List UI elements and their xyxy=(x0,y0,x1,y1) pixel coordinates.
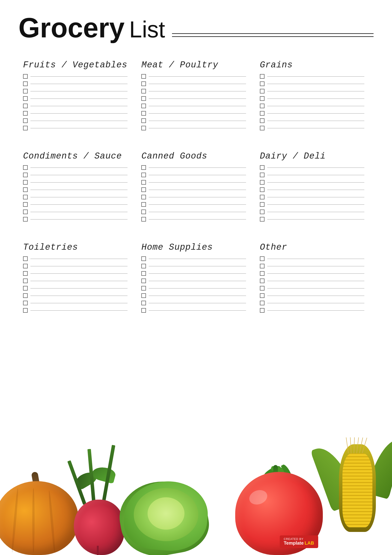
checkbox[interactable] xyxy=(260,271,264,276)
checkbox[interactable] xyxy=(141,202,146,207)
checkbox[interactable] xyxy=(141,293,146,298)
checkbox[interactable] xyxy=(260,217,264,221)
checkbox[interactable] xyxy=(23,96,28,101)
checkbox[interactable] xyxy=(141,111,146,116)
checkbox[interactable] xyxy=(260,118,264,123)
list-item xyxy=(141,210,246,214)
checkbox[interactable] xyxy=(141,89,146,94)
checkbox[interactable] xyxy=(23,301,28,305)
checkbox[interactable] xyxy=(23,293,28,298)
checkbox[interactable] xyxy=(260,195,264,199)
checkbox[interactable] xyxy=(141,264,146,268)
checkbox[interactable] xyxy=(23,89,28,94)
checkbox[interactable] xyxy=(23,111,28,116)
checkbox[interactable] xyxy=(23,74,28,79)
checkbox[interactable] xyxy=(23,81,28,86)
list-item xyxy=(141,126,246,130)
checkbox[interactable] xyxy=(260,210,264,214)
checkbox[interactable] xyxy=(260,126,264,130)
item-line xyxy=(30,182,128,183)
header-line-1 xyxy=(172,33,374,34)
checkbox[interactable] xyxy=(260,74,264,79)
list-item xyxy=(141,111,246,116)
checkbox[interactable] xyxy=(141,195,146,199)
list-item xyxy=(260,165,364,170)
list-item xyxy=(141,74,246,79)
item-line xyxy=(267,204,364,205)
checkbox[interactable] xyxy=(23,271,28,276)
checkbox[interactable] xyxy=(141,308,146,313)
list-item xyxy=(141,96,246,101)
checkbox[interactable] xyxy=(260,308,264,313)
checkbox[interactable] xyxy=(23,308,28,313)
list-item xyxy=(260,271,364,276)
checkbox[interactable] xyxy=(141,187,146,192)
list-item xyxy=(141,256,246,261)
checkbox[interactable] xyxy=(141,74,146,79)
checkbox[interactable] xyxy=(260,286,264,291)
item-line xyxy=(267,212,364,212)
checkbox[interactable] xyxy=(23,202,28,207)
item-line xyxy=(149,212,246,212)
list-item xyxy=(260,264,364,268)
item-line xyxy=(30,219,128,219)
checkbox[interactable] xyxy=(260,293,264,298)
checkbox[interactable] xyxy=(23,286,28,291)
checkbox[interactable] xyxy=(141,180,146,185)
checkbox[interactable] xyxy=(260,301,264,305)
checkbox[interactable] xyxy=(141,217,146,221)
checkbox[interactable] xyxy=(260,256,264,261)
checkbox[interactable] xyxy=(141,173,146,177)
sections-grid: Fruits / Vegetables Meat / Poultry xyxy=(18,55,374,322)
checkbox[interactable] xyxy=(141,104,146,108)
list-item xyxy=(260,202,364,207)
checkbox[interactable] xyxy=(141,165,146,170)
checkbox[interactable] xyxy=(260,278,264,283)
checkbox[interactable] xyxy=(141,126,146,130)
checkbox[interactable] xyxy=(23,104,28,108)
checkbox[interactable] xyxy=(141,118,146,123)
checkbox[interactable] xyxy=(141,81,146,86)
section-title-condiments-sauce: Condiments / Sauce xyxy=(23,151,128,161)
checkbox[interactable] xyxy=(141,301,146,305)
checkbox[interactable] xyxy=(23,173,28,177)
list-item xyxy=(23,256,128,261)
corn-kernels xyxy=(342,453,372,527)
list-item xyxy=(260,293,364,298)
item-line xyxy=(30,168,128,168)
checkbox[interactable] xyxy=(260,264,264,268)
checkbox[interactable] xyxy=(141,271,146,276)
checkbox[interactable] xyxy=(141,96,146,101)
checkbox[interactable] xyxy=(260,187,264,192)
checkbox[interactable] xyxy=(141,278,146,283)
list-item xyxy=(23,165,128,170)
checkbox[interactable] xyxy=(23,278,28,283)
checkbox[interactable] xyxy=(260,165,264,170)
checkbox[interactable] xyxy=(260,111,264,116)
section-divider-1 xyxy=(18,140,374,146)
checkbox[interactable] xyxy=(260,89,264,94)
checkbox[interactable] xyxy=(260,104,264,108)
checkbox[interactable] xyxy=(141,210,146,214)
checkbox[interactable] xyxy=(141,256,146,261)
checkbox[interactable] xyxy=(23,165,28,170)
checkbox[interactable] xyxy=(23,195,28,199)
tomato-highlight xyxy=(247,488,269,507)
checkbox[interactable] xyxy=(23,210,28,214)
checkbox[interactable] xyxy=(23,180,28,185)
item-line xyxy=(149,168,246,168)
checkbox[interactable] xyxy=(23,187,28,192)
checkbox[interactable] xyxy=(141,286,146,291)
checkbox[interactable] xyxy=(23,264,28,268)
checkbox[interactable] xyxy=(260,180,264,185)
checkbox[interactable] xyxy=(23,217,28,221)
checkbox[interactable] xyxy=(260,202,264,207)
checkbox[interactable] xyxy=(260,96,264,101)
checkbox[interactable] xyxy=(260,173,264,177)
checkbox[interactable] xyxy=(23,126,28,130)
item-line xyxy=(30,99,128,99)
checkbox[interactable] xyxy=(23,118,28,123)
checkbox[interactable] xyxy=(23,256,28,261)
checkbox[interactable] xyxy=(260,81,264,86)
header: Grocery List xyxy=(18,14,374,42)
